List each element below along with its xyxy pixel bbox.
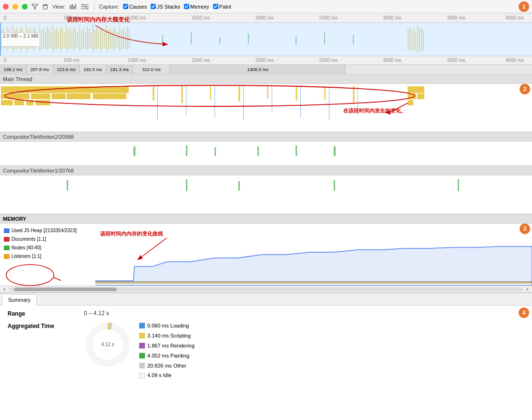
legend-nodes: Nodes [40:40] (4, 244, 92, 252)
legend-documents: Documents [1:1] (4, 235, 92, 244)
paint-input[interactable] (213, 4, 218, 9)
range-value: 0 – 4.12 s (84, 310, 109, 317)
svg-rect-108 (238, 86, 240, 102)
scroll-right-arrow[interactable] (525, 287, 530, 292)
barchart-icon[interactable] (69, 3, 77, 10)
badge-3: 3 (520, 224, 530, 234)
ruler-tick-4: 2000 ms (256, 15, 274, 20)
agg-time-content: 4.12 s 0.060 ms Loading 3.140 ms Scripti… (84, 321, 194, 380)
svg-rect-136 (334, 180, 335, 191)
badge-4: 4 (519, 307, 529, 318)
loading-color (139, 323, 145, 328)
memory-chart (95, 224, 532, 286)
memory-range-label: 2.0 MB – 2.1 MB (1, 32, 40, 47)
summary-content: Range 0 – 4.12 s Aggregated Time (0, 306, 532, 387)
separator (94, 2, 94, 11)
svg-rect-102 (14, 100, 24, 105)
main-thread-header: Main Thread (0, 74, 532, 84)
svg-rect-0 (43, 5, 47, 9)
annotation-memory-change: 该段时间内内存大额变化 (67, 16, 130, 24)
svg-rect-130 (257, 146, 259, 156)
pie-chart: 4.12 s (84, 321, 132, 369)
compositor-worker2-label: CompositorTileWorker2/20588 (3, 134, 74, 140)
dot-red (3, 4, 9, 10)
svg-rect-124 (408, 100, 413, 105)
js-stacks-checkbox[interactable]: JS Stacks (151, 4, 180, 10)
legend-other: 20.826 ms Other (139, 361, 194, 371)
timing-block-5: 312.0 ms (133, 65, 170, 74)
legend-js-heap: Used JS Heap [2133354/2323] (4, 226, 92, 235)
main-thread-label: Main Thread (3, 76, 32, 82)
ruler-tick-3: 1500 ms (192, 15, 210, 20)
legend-painting: 4.052 ms Painting (139, 351, 194, 361)
scrollbar-thumb[interactable] (14, 287, 117, 291)
legend-loading: 0.060 ms Loading (139, 321, 194, 331)
summary-tab[interactable]: Summary (2, 294, 37, 306)
filter-icon[interactable] (31, 3, 38, 10)
svg-rect-115 (215, 86, 215, 117)
svg-rect-131 (296, 145, 297, 156)
svg-rect-103 (26, 100, 33, 105)
ruler-tick-6: 3000 ms (383, 15, 401, 20)
memory-input[interactable] (184, 4, 189, 9)
badge-1: 1 (519, 1, 529, 12)
compositor2-flames (0, 142, 532, 165)
svg-rect-97 (31, 93, 50, 99)
scrollbar-track[interactable] (9, 287, 523, 291)
svg-rect-134 (186, 179, 187, 191)
idle-color (139, 373, 145, 379)
svg-rect-105 (153, 86, 154, 101)
timing-block-2: 223.6 ms (53, 65, 80, 74)
paint-checkbox[interactable]: Paint (213, 4, 231, 10)
svg-rect-98 (51, 93, 66, 99)
svg-rect-118 (300, 86, 301, 117)
svg-rect-128 (186, 145, 187, 156)
timeline-icon[interactable] (81, 3, 89, 10)
causes-input[interactable] (123, 4, 128, 9)
svg-rect-106 (181, 86, 183, 103)
range-row: Range 0 – 4.12 s (8, 309, 524, 317)
ruler-tick-7: 3500 ms (447, 15, 465, 20)
trash-icon[interactable] (42, 3, 49, 10)
main-thread-content (0, 84, 532, 132)
svg-rect-96 (1, 93, 30, 99)
svg-rect-132 (334, 146, 336, 156)
compositor-worker2-section: CompositorTileWorker2/20588 (0, 132, 532, 166)
causes-checkbox[interactable]: Causes (123, 4, 147, 10)
range-label: Range (8, 309, 84, 317)
compositor1-flames (0, 175, 532, 214)
dot-green (22, 4, 28, 10)
ruler-tick-8: 4000 ms (505, 15, 523, 20)
svg-rect-95 (1, 86, 129, 93)
summary-panel: Summary Range 0 – 4.12 s Aggregated Time (0, 293, 532, 387)
scripting-color (139, 333, 145, 338)
svg-rect-135 (238, 181, 240, 191)
painting-color (139, 353, 145, 359)
js-stacks-input[interactable] (151, 4, 156, 9)
main-thread-section: Main Thread (0, 74, 532, 132)
pie-center-label: 4.12 s (101, 342, 114, 348)
agg-time-label: Aggregated Time (8, 321, 84, 329)
svg-rect-111 (324, 86, 326, 100)
scrollbar-area[interactable] (0, 286, 532, 293)
svg-rect-1 (70, 5, 71, 9)
legend-color-nodes (4, 246, 10, 250)
compositor-worker1-section: CompositorTileWorker1/20768 (0, 166, 532, 214)
overview-bar: 0 500 ms 1000 ms 1500 ms 2000 ms 2500 ms… (0, 13, 532, 56)
view-label: View: (52, 4, 65, 10)
ruler-tick-2: 1000 ms (128, 15, 146, 20)
svg-rect-8 (82, 4, 83, 6)
svg-rect-119 (329, 86, 329, 120)
svg-rect-2 (72, 4, 73, 9)
svg-point-138 (6, 265, 54, 286)
legend-listeners: Listeners [1:1] (4, 252, 92, 261)
memory-circle-annotation (4, 261, 61, 287)
memory-legend: Used JS Heap [2133354/2323] Documents [1… (0, 224, 95, 286)
memory-checkbox[interactable]: Memory (184, 4, 209, 10)
ruler-tick-5: 2500 ms (319, 15, 338, 20)
svg-rect-122 (408, 93, 416, 99)
svg-rect-107 (210, 86, 211, 100)
selection-overlay[interactable] (0, 23, 532, 56)
svg-rect-104 (36, 100, 50, 105)
main-ruler: 0 500 ms 1000 ms 1500 ms 2000 ms 2500 ms… (0, 56, 532, 65)
